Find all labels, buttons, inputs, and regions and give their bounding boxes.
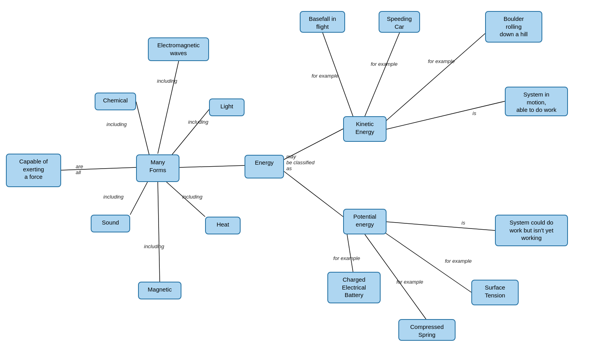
node-heat: Heat [205,217,241,234]
node-system-motion: System inmotion,able to do work [505,87,568,116]
svg-line-12 [385,33,485,122]
label-may-be-classified: maybe classifiedas [286,154,315,171]
label-including-sound: including [103,194,123,200]
node-system-could: System could dowork but isn't yetworking [495,215,568,246]
node-em-waves: Electromagneticwaves [148,37,209,61]
label-including-light: including [188,119,208,125]
label-including-heat: including [182,194,202,200]
svg-line-2 [136,102,150,158]
label-for-example-charged: for example [333,255,360,261]
node-boulder: Boulderrollingdown a hill [485,11,542,43]
node-magnetic: Magnetic [138,282,181,299]
svg-line-0 [61,167,136,170]
concept-map [0,0,592,364]
svg-line-15 [347,234,353,272]
node-baseball: Basefall inflight [300,11,345,33]
node-many-forms: ManyForms [136,154,179,182]
svg-line-13 [387,101,505,129]
node-kinetic: KineticEnergy [343,116,387,142]
node-charged: ChargedElectricalBattery [327,272,381,303]
label-including-mag: including [144,243,164,249]
label-is-motion: is [472,110,476,116]
svg-line-7 [179,165,245,167]
svg-line-9 [284,171,343,217]
label-for-example-surface: for example [445,258,472,264]
node-speeding-car: SpeedingCar [379,11,420,33]
node-surface: SurfaceTension [471,280,519,305]
node-energy: Energy [245,155,284,178]
label-for-example-boulder: for example [428,58,455,64]
node-capable: Capable ofexertinga force [6,154,61,187]
svg-line-11 [365,33,400,116]
svg-line-6 [158,181,160,282]
node-light: Light [209,98,245,116]
label-including-chem: including [106,121,127,127]
label-for-example-baseball: for example [312,73,338,79]
label-including-em: including [157,78,177,84]
label-for-example-compressed: for example [396,279,423,285]
label-are-all: areall [76,163,83,175]
svg-line-1 [158,61,179,154]
svg-line-14 [387,222,495,230]
node-compressed: CompressedSpring [398,319,456,341]
svg-line-4 [130,181,148,215]
label-for-example-speeding: for example [371,61,398,67]
node-potential: Potentialenergy [343,209,387,234]
node-chemical: Chemical [95,93,136,110]
node-sound: Sound [91,215,130,232]
svg-line-3 [170,107,211,158]
label-is-could: is [461,220,465,226]
